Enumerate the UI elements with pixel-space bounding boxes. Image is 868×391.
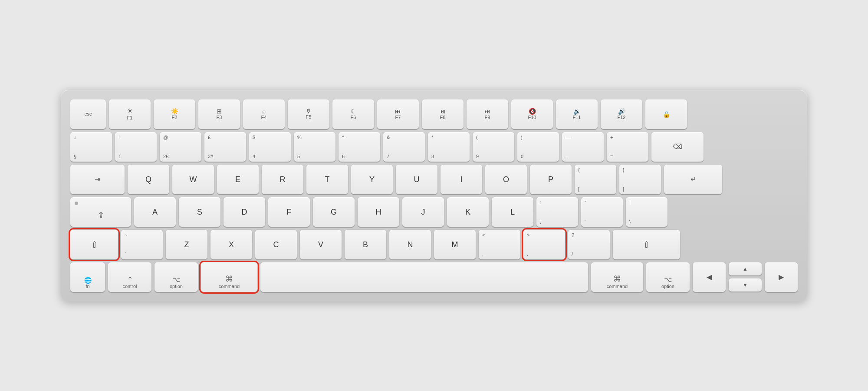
key-k[interactable]: K [447,197,489,227]
key-rbracket[interactable]: } ] [619,165,661,194]
key-backtick[interactable]: ~ ` [121,230,163,259]
key-quote[interactable]: " ' [581,197,623,227]
key-enter[interactable]: ↵ [664,165,722,194]
key-b[interactable]: B [345,230,386,259]
key-i[interactable]: I [441,165,482,194]
key-shift-right[interactable]: ⇧ [613,230,680,259]
key-f6[interactable]: ☾ F6 [332,99,374,129]
key-lbracket[interactable]: { [ [575,165,616,194]
key-g[interactable]: G [313,197,355,227]
qwerty-row: ⇥ Q W E R T Y U I O P { [70,165,798,194]
key-1[interactable]: ! 1 [115,132,157,162]
key-slash[interactable]: ? / [568,230,610,259]
key-caps[interactable]: ⇪ [70,197,131,227]
key-f1[interactable]: ☀ F1 [109,99,151,129]
key-f5[interactable]: 🎙 F5 [288,99,329,129]
key-backspace[interactable]: ⌫ [651,132,704,162]
key-control[interactable]: ⌃ control [108,262,151,292]
key-arrow-down[interactable]: ▼ [729,278,762,292]
function-row: esc ☀ F1 ☀️ F2 ⊞ F3 ⌕ F4 🎙 F5 ☾ F6 ⏮ F7 [70,99,798,129]
key-lock[interactable]: 🔒 [645,99,687,129]
key-period[interactable]: > . [523,230,565,259]
key-comma[interactable]: < , [479,230,520,259]
key-l[interactable]: L [492,197,533,227]
key-d[interactable]: D [224,197,265,227]
arrow-up-down-container: ▲ ▼ [729,262,762,292]
key-option-right[interactable]: ⌥ option [646,262,690,292]
key-8[interactable]: * 8 [428,132,470,162]
key-tab[interactable]: ⇥ [70,165,125,194]
key-a[interactable]: A [134,197,176,227]
key-v[interactable]: V [300,230,342,259]
key-f[interactable]: F [268,197,310,227]
key-command-left[interactable]: ⌘ command [201,262,257,292]
key-f10[interactable]: 🔇 F10 [511,99,553,129]
key-c[interactable]: C [255,230,297,259]
key-arrow-right[interactable]: ▶ [765,262,798,292]
key-semicolon[interactable]: : ; [536,197,578,227]
key-f4[interactable]: ⌕ F4 [243,99,285,129]
key-2[interactable]: @ 2€ [160,132,201,162]
key-esc[interactable]: esc [70,99,106,129]
key-backslash[interactable]: | \ [626,197,667,227]
key-6[interactable]: ^ 6 [339,132,380,162]
key-s[interactable]: S [179,197,220,227]
key-o[interactable]: O [485,165,527,194]
key-n[interactable]: N [389,230,431,259]
key-j[interactable]: J [402,197,444,227]
keyboard: esc ☀ F1 ☀️ F2 ⊞ F3 ⌕ F4 🎙 F5 ☾ F6 ⏮ F7 [61,90,807,302]
key-e[interactable]: E [217,165,259,194]
key-shift-left[interactable]: ⇧ [70,230,118,259]
key-4[interactable]: $ 4 [249,132,291,162]
key-section[interactable]: ± § [70,132,112,162]
number-row: ± § ! 1 @ 2€ £ 3# $ 4 % 5 ^ 6 & 7 [70,132,798,162]
key-0[interactable]: ) 0 [517,132,559,162]
key-option-left[interactable]: ⌥ option [155,262,198,292]
key-7[interactable]: & 7 [383,132,425,162]
key-command-right[interactable]: ⌘ command [591,262,643,292]
key-r[interactable]: R [262,165,303,194]
key-arrow-up[interactable]: ▲ [729,262,762,275]
key-q[interactable]: Q [128,165,169,194]
key-f9[interactable]: ⏭ F9 [467,99,508,129]
key-f2[interactable]: ☀️ F2 [154,99,195,129]
zxcv-row: ⇧ ~ ` Z X C V B N M < , > [70,230,798,259]
key-w[interactable]: W [172,165,214,194]
key-fn[interactable]: 🌐 fn [70,262,105,292]
key-p[interactable]: P [530,165,572,194]
key-minus[interactable]: — – [562,132,604,162]
key-f11[interactable]: 🔉 F11 [556,99,598,129]
key-y[interactable]: Y [351,165,393,194]
asdf-row: ⇪ A S D F G H J K L : ; [70,197,798,227]
key-5[interactable]: % 5 [294,132,335,162]
key-3[interactable]: £ 3# [204,132,246,162]
key-z[interactable]: Z [166,230,207,259]
key-f12[interactable]: 🔊 F12 [601,99,642,129]
key-equals[interactable]: + = [607,132,648,162]
key-arrow-left[interactable]: ◀ [693,262,726,292]
key-m[interactable]: M [434,230,476,259]
key-t[interactable]: T [306,165,348,194]
key-space[interactable] [260,262,588,292]
key-f7[interactable]: ⏮ F7 [377,99,419,129]
key-9[interactable]: ( 9 [473,132,514,162]
key-f8[interactable]: ⏯ F8 [422,99,464,129]
key-x[interactable]: X [210,230,252,259]
key-u[interactable]: U [396,165,437,194]
bottom-row: 🌐 fn ⌃ control ⌥ option ⌘ command ⌘ comm… [70,262,798,292]
key-f3[interactable]: ⊞ F3 [198,99,240,129]
key-h[interactable]: H [358,197,399,227]
